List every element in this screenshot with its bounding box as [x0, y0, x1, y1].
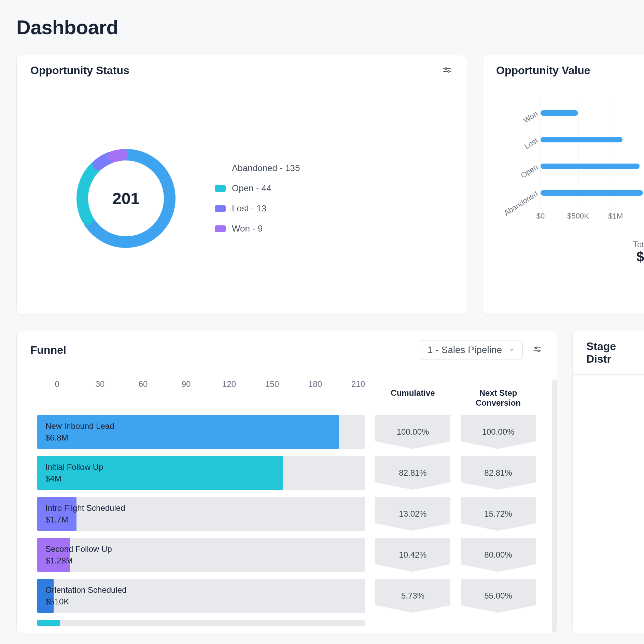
page-title: Dashboard — [16, 16, 644, 39]
legend-label: Open - 44 — [232, 183, 271, 194]
funnel-card: Funnel 1 - Sales Pipeline — [16, 331, 557, 633]
hbar-bar — [541, 110, 578, 116]
funnel-bar: Orientation Scheduled $510K — [37, 579, 365, 613]
funnel-cumulative: 5.73% — [375, 579, 450, 613]
opportunity-status-title: Opportunity Status — [30, 64, 129, 77]
axis-tick: 150 — [265, 379, 279, 389]
funnel-stage-name: Intro Flight Scheduled — [45, 503, 125, 513]
legend-item: Abandoned - 135 — [215, 163, 300, 173]
funnel-bar: Initial Follow Up $4M — [37, 456, 365, 490]
funnel-stage-amount: $4M — [45, 474, 103, 484]
funnel-stage-amount: $1.7M — [45, 515, 125, 524]
stage-distribution-title: Stage Distr — [586, 340, 630, 365]
scrollbar[interactable] — [552, 379, 557, 633]
funnel-cumulative: 82.81% — [375, 456, 450, 490]
axis-tick: $0 — [536, 212, 545, 221]
svg-point-11 — [538, 350, 540, 352]
funnel-scale: 0 30 60 90 120 150 180 210 — [57, 379, 364, 388]
funnel-title: Funnel — [30, 344, 66, 356]
legend-swatch — [215, 225, 226, 232]
hbar-label: Won — [500, 109, 540, 139]
legend-swatch — [215, 165, 226, 172]
axis-tick: 180 — [308, 379, 322, 389]
funnel-next-step: 80.00% — [461, 538, 536, 572]
funnel-stage-name: New Inbound Lead — [45, 421, 114, 431]
opportunity-status-legend: Abandoned - 135 Open - 44 Lost - 13 Won … — [215, 163, 300, 234]
funnel-stage-name: Second Follow Up — [45, 544, 112, 554]
funnel-stage-amount: $6.8M — [45, 433, 114, 443]
opportunity-status-donut: 201 — [71, 144, 181, 253]
hbar-label: Abandoned — [500, 189, 540, 219]
funnel-bar: Intro Flight Scheduled $1.7M — [37, 497, 365, 531]
funnel-stage-amount: $510K — [45, 597, 127, 606]
opportunity-status-total: 201 — [71, 144, 181, 253]
funnel-header-next-step: Next Step Conversion — [461, 388, 536, 415]
hbar-label: Open — [500, 163, 540, 192]
funnel-pipeline-value: 1 - Sales Pipeline — [428, 345, 502, 355]
hbar-bar — [541, 137, 622, 142]
legend-swatch — [215, 185, 226, 192]
sliders-icon — [443, 66, 451, 76]
funnel-stage-name: Initial Follow Up — [45, 462, 103, 472]
svg-point-3 — [448, 70, 449, 72]
legend-label: Abandoned - 135 — [232, 163, 300, 173]
legend-item: Lost - 13 — [215, 203, 300, 214]
funnel-cumulative: 10.42% — [375, 538, 450, 572]
svg-point-1 — [445, 68, 447, 69]
axis-tick: 90 — [182, 379, 191, 389]
legend-item: Open - 44 — [215, 183, 300, 194]
chevron-down-icon — [508, 345, 515, 355]
axis-tick: 210 — [351, 379, 365, 389]
opportunity-value-chart: Won Lost Open Abandoned — [541, 100, 643, 221]
funnel-next-step: 15.72% — [461, 497, 536, 531]
opportunity-value-total-label: Tot — [496, 240, 644, 249]
legend-label: Lost - 13 — [232, 203, 266, 214]
funnel-bar: Second Follow Up $1.28M — [37, 538, 365, 572]
funnel-next-step: 82.81% — [461, 456, 536, 490]
funnel-next-step: 55.00% — [461, 579, 536, 613]
axis-tick: 0 — [55, 379, 59, 389]
axis-tick: $500K — [567, 212, 589, 221]
axis-tick: $1M — [608, 212, 623, 221]
svg-point-9 — [535, 347, 537, 349]
hbar-bar — [541, 190, 643, 196]
sliders-icon — [533, 345, 542, 355]
axis-tick: 30 — [96, 379, 105, 389]
funnel-bar: New Inbound Lead $6.8M — [37, 415, 365, 449]
legend-item: Won - 9 — [215, 223, 300, 234]
funnel-pipeline-select[interactable]: 1 - Sales Pipeline — [420, 340, 523, 360]
funnel-cumulative: 100.00% — [375, 415, 450, 449]
funnel-header-cumulative: Cumulative — [375, 388, 450, 415]
opportunity-status-card: Opportunity Status — [16, 55, 467, 314]
legend-swatch — [215, 205, 226, 212]
funnel-bar — [37, 620, 365, 626]
stage-distribution-card: Stage Distr — [572, 331, 644, 633]
axis-tick: 60 — [139, 379, 148, 389]
axis-tick: 120 — [222, 379, 236, 389]
opportunity-value-title: Opportunity Value — [496, 64, 590, 77]
hbar-label: Lost — [500, 136, 540, 166]
funnel-next-step: 100.00% — [461, 415, 536, 449]
opportunity-value-card: Opportunity Value Won Lost — [482, 55, 644, 314]
card-settings-button[interactable] — [441, 65, 453, 77]
card-settings-button[interactable] — [531, 344, 543, 356]
funnel-stage-name: Orientation Scheduled — [45, 585, 127, 594]
funnel-cumulative: 13.02% — [375, 497, 450, 531]
legend-label: Won - 9 — [232, 223, 263, 234]
opportunity-value-total-amount: $ — [496, 249, 644, 265]
funnel-stage-amount: $1.28M — [45, 556, 112, 565]
hbar-bar — [541, 164, 640, 169]
